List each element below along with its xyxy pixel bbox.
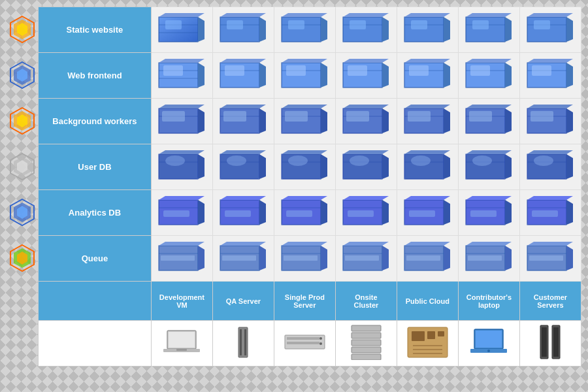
svg-rect-65 [163,65,183,76]
svg-marker-120 [321,108,327,133]
svg-rect-269 [529,255,563,261]
icon-dev-vm [151,321,212,367]
svg-marker-139 [466,105,512,108]
svg-rect-275 [176,349,187,351]
svg-marker-109 [159,105,204,108]
svg-rect-239 [222,255,256,261]
cell-webfe-singleprod [274,53,335,99]
svg-rect-221 [470,210,497,217]
svg-rect-303 [553,327,559,357]
cell-webfe-customer [519,53,581,99]
svg-point-179 [472,155,492,166]
svg-rect-284 [351,325,381,331]
svg-marker-181 [466,150,512,154]
cell-userdb-contrib [458,144,519,190]
col-header-dev: DevelopmentVM [151,282,212,321]
svg-rect-297 [476,331,502,348]
svg-rect-302 [542,327,547,357]
cell-queue-qa [212,236,274,282]
svg-marker-217 [404,196,450,200]
svg-rect-287 [351,347,381,353]
svg-marker-96 [505,63,512,88]
col-header-onsite: OnsiteCluster [335,282,397,321]
svg-marker-79 [282,59,327,63]
svg-rect-278 [244,329,246,355]
svg-marker-187 [527,150,573,154]
svg-marker-223 [466,196,512,200]
svg-marker-253 [343,242,389,246]
svg-marker-271 [527,242,573,246]
svg-rect-83 [348,65,367,76]
svg-rect-290 [412,331,425,341]
svg-point-299 [487,350,490,352]
svg-marker-199 [220,196,266,200]
svg-marker-198 [259,200,266,225]
svg-rect-143 [531,111,553,122]
svg-marker-192 [198,200,204,225]
cell-userdb-qa [212,144,274,190]
svg-marker-108 [198,108,204,133]
icon-qa-server [212,321,274,367]
svg-marker-216 [444,200,450,225]
svg-marker-85 [343,59,389,63]
svg-marker-42 [343,13,389,17]
row-queue: Queue [39,236,581,282]
col-header-contrib: Contributor'slaptop [458,282,519,321]
svg-rect-203 [286,210,312,217]
svg-point-149 [165,155,185,166]
col-header-customer: CustomerServers [519,282,581,321]
cell-static-dev [151,7,212,53]
svg-marker-23 [198,17,204,42]
cell-queue-dev [151,236,212,282]
svg-point-283 [319,342,322,345]
svg-marker-121 [282,105,327,108]
cell-bgw-public [397,99,458,144]
cell-userdb-onsite [335,144,397,190]
label-background-workers: Background workers [39,99,152,144]
svg-marker-234 [198,246,204,270]
icon-contributor-laptop [458,321,519,367]
svg-rect-263 [468,255,502,261]
svg-marker-205 [282,196,327,200]
svg-marker-132 [444,108,450,133]
svg-rect-95 [470,65,490,76]
svg-rect-107 [162,111,185,122]
label-queue: Queue [39,236,152,282]
icon-single-prod-server [274,321,335,367]
svg-marker-193 [159,196,204,200]
label-analytics-db: Analytics DB [39,190,152,236]
svg-rect-191 [163,210,189,217]
cell-bgw-contrib [458,99,519,144]
svg-marker-102 [566,63,573,88]
svg-marker-247 [282,242,327,246]
svg-marker-175 [404,150,450,154]
svg-rect-34 [288,20,304,29]
row-icon-static [7,7,38,52]
svg-marker-240 [259,246,266,270]
svg-marker-228 [566,200,573,225]
col-header-public: Public Cloud [397,282,458,321]
svg-rect-245 [284,255,318,261]
svg-rect-277 [240,329,242,355]
svg-rect-233 [161,255,195,261]
svg-point-161 [288,155,308,166]
svg-marker-36 [282,13,327,17]
svg-marker-41 [382,17,389,42]
row-background-workers: Background workers [39,99,581,144]
svg-rect-215 [409,210,435,217]
svg-marker-48 [404,13,450,17]
svg-marker-259 [404,242,450,246]
cell-queue-public [397,236,458,282]
svg-marker-162 [321,154,327,179]
svg-rect-77 [286,65,306,76]
cell-queue-singleprod [274,236,335,282]
svg-rect-52 [472,20,489,29]
cell-bgw-singleprod [274,99,335,144]
svg-marker-67 [159,59,204,63]
svg-marker-270 [566,246,573,270]
svg-marker-91 [404,59,450,63]
svg-point-155 [227,155,246,166]
svg-marker-222 [505,200,512,225]
svg-rect-197 [225,210,251,217]
cell-analyticsdb-singleprod [274,190,335,236]
